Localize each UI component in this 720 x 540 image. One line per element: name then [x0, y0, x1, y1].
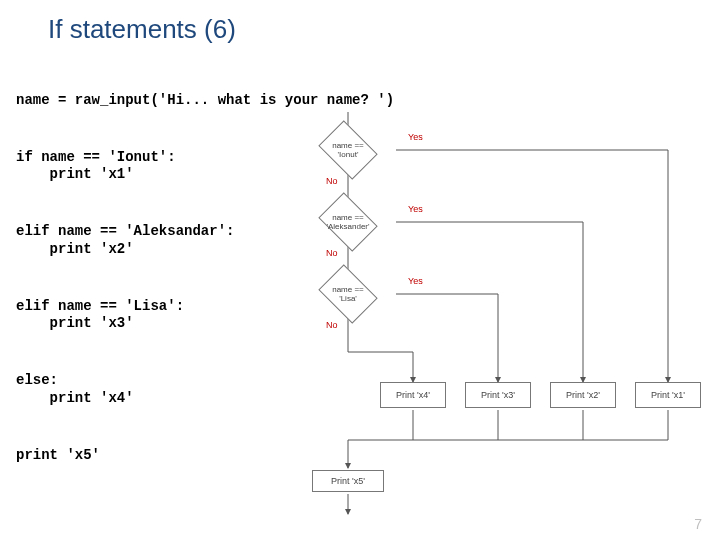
process-print-x3: Print 'x3' [465, 382, 531, 408]
no-label: No [326, 248, 338, 258]
decision-label: name == 'Lisa' [324, 285, 372, 303]
no-label: No [326, 176, 338, 186]
decision-ionut: name == 'Ionut' [324, 132, 372, 168]
process-print-x4: Print 'x4' [380, 382, 446, 408]
process-print-x2: Print 'x2' [550, 382, 616, 408]
code-line: elif name == 'Aleksandar': [16, 223, 234, 239]
process-print-x5: Print 'x5' [312, 470, 384, 492]
decision-label: name == 'Ionut' [324, 141, 372, 159]
code-line: if name == 'Ionut': [16, 149, 176, 165]
yes-label: Yes [408, 204, 423, 214]
code-line: print 'x3' [16, 315, 134, 331]
code-line: print 'x2' [16, 241, 134, 257]
process-print-x1: Print 'x1' [635, 382, 701, 408]
yes-label: Yes [408, 132, 423, 142]
decision-label: name == 'Aleksander' [324, 213, 372, 231]
decision-lisa: name == 'Lisa' [324, 276, 372, 312]
code-line: print 'x1' [16, 166, 134, 182]
code-line: elif name == 'Lisa': [16, 298, 184, 314]
code-line: print 'x4' [16, 390, 134, 406]
code-line: name = raw_input('Hi... what is your nam… [16, 92, 394, 108]
no-label: No [326, 320, 338, 330]
page-title: If statements (6) [0, 0, 720, 45]
code-line: print 'x5' [16, 447, 100, 463]
yes-label: Yes [408, 276, 423, 286]
page-number: 7 [694, 516, 702, 532]
decision-aleksandar: name == 'Aleksander' [324, 204, 372, 240]
flowchart: name == 'Ionut' Yes No name == 'Aleksand… [288, 122, 708, 522]
code-line: else: [16, 372, 58, 388]
